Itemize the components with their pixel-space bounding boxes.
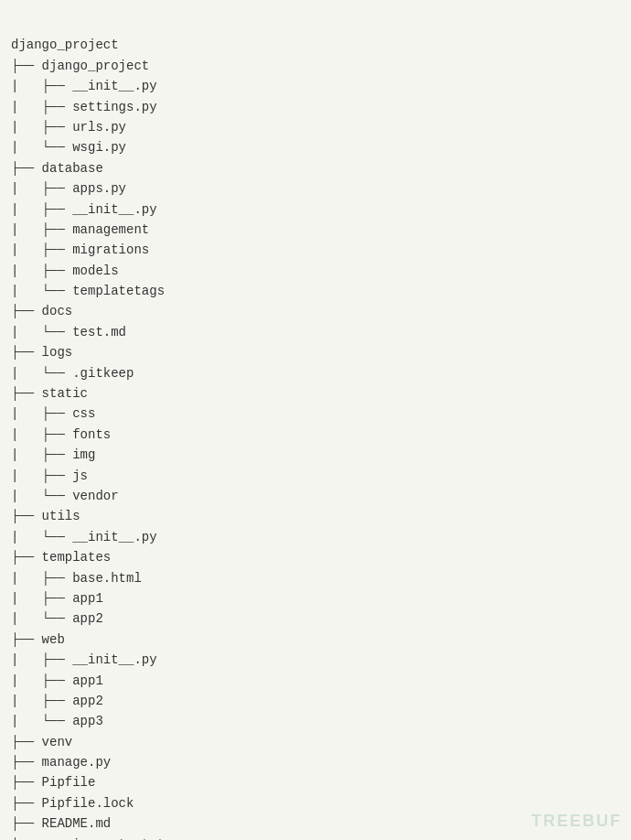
tree-line: ├── django_project bbox=[11, 56, 620, 76]
tree-line: | ├── __init__.py bbox=[11, 650, 620, 670]
tree-line: | └── test.md bbox=[11, 322, 620, 342]
tree-line: ├── docs bbox=[11, 301, 620, 321]
tree-line: | └── app2 bbox=[11, 608, 620, 629]
tree-line: | ├── js bbox=[11, 466, 620, 486]
tree-line: ├── Pipfile.lock bbox=[11, 793, 620, 813]
tree-line: | ├── migrations bbox=[11, 240, 620, 260]
tree-line: | ├── apps.py bbox=[11, 178, 620, 199]
tree-line: | ├── base.html bbox=[11, 568, 620, 588]
tree-line: ├── manage.py bbox=[11, 752, 620, 772]
tree-line: | └── wsgi.py bbox=[11, 137, 620, 157]
tree-line: | ├── app2 bbox=[11, 691, 620, 711]
tree-line: | ├── __init__.py bbox=[11, 199, 620, 220]
tree-line: | └── __init__.py bbox=[11, 527, 620, 547]
tree-line: ├── requirements.txt bbox=[11, 835, 620, 840]
tree-line: django_project bbox=[11, 35, 620, 55]
tree-line: | ├── settings.py bbox=[11, 97, 620, 117]
tree-line: ├── venv bbox=[11, 732, 620, 752]
tree-line: | ├── img bbox=[11, 445, 620, 465]
tree-line: ├── web bbox=[11, 630, 620, 650]
tree-line: | ├── fonts bbox=[11, 425, 620, 445]
tree-line: ├── README.md bbox=[11, 813, 620, 834]
tree-line: | └── templatetags bbox=[11, 281, 620, 301]
tree-line: ├── logs bbox=[11, 342, 620, 362]
tree-line: | ├── models bbox=[11, 261, 620, 281]
tree-line: ├── utils bbox=[11, 506, 620, 526]
tree-line: | ├── app1 bbox=[11, 671, 620, 691]
file-tree: django_project├── django_project| ├── __… bbox=[11, 15, 620, 840]
tree-line: | ├── urls.py bbox=[11, 117, 620, 137]
tree-line: ├── Pipfile bbox=[11, 772, 620, 792]
tree-line: ├── templates bbox=[11, 547, 620, 567]
tree-line: | └── vendor bbox=[11, 486, 620, 506]
tree-line: | └── app3 bbox=[11, 711, 620, 731]
tree-line: | ├── __init__.py bbox=[11, 76, 620, 96]
tree-line: | ├── css bbox=[11, 404, 620, 424]
tree-line: | ├── app1 bbox=[11, 588, 620, 608]
tree-line: ├── static bbox=[11, 383, 620, 404]
tree-line: ├── database bbox=[11, 158, 620, 178]
tree-line: | ├── management bbox=[11, 220, 620, 240]
tree-line: | └── .gitkeep bbox=[11, 363, 620, 383]
